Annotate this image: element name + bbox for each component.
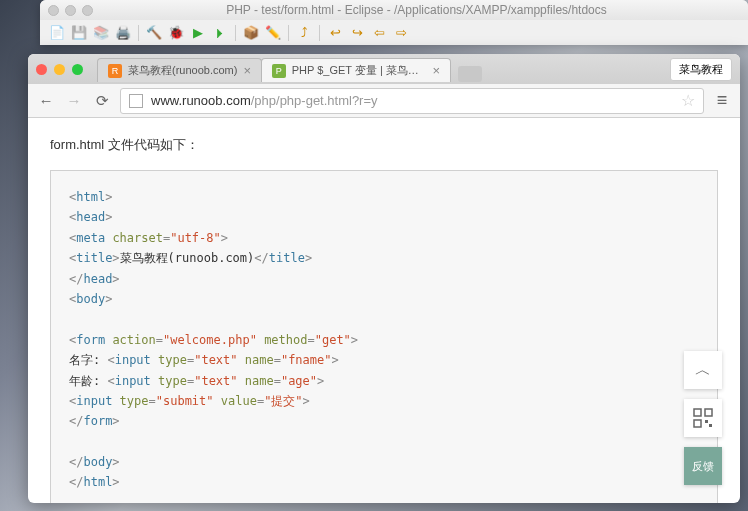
- menu-icon[interactable]: ≡: [712, 90, 732, 111]
- qr-icon: [693, 408, 713, 428]
- tab-php-get[interactable]: P PHP $_GET 变量 | 菜鸟教程 ×: [261, 58, 451, 82]
- maximize-icon[interactable]: [82, 5, 93, 16]
- run-last-icon[interactable]: ⏵: [211, 24, 229, 42]
- tab-label: PHP $_GET 变量 | 菜鸟教程: [292, 63, 427, 78]
- maximize-icon[interactable]: [72, 64, 83, 75]
- feedback-button[interactable]: 反馈: [684, 447, 722, 485]
- close-icon[interactable]: [36, 64, 47, 75]
- close-tab-icon[interactable]: ×: [432, 63, 440, 78]
- wand-icon[interactable]: ✏️: [264, 24, 282, 42]
- qr-button[interactable]: [684, 399, 722, 437]
- step-icon[interactable]: ⤴: [295, 24, 313, 42]
- build-icon[interactable]: 🔨: [145, 24, 163, 42]
- save-all-icon[interactable]: 📚: [92, 24, 110, 42]
- eclipse-title: PHP - test/form.html - Eclipse - /Applic…: [93, 3, 740, 17]
- forward-button[interactable]: →: [64, 91, 84, 111]
- save-icon[interactable]: 💾: [70, 24, 88, 42]
- scroll-top-button[interactable]: ︿: [684, 351, 722, 389]
- new-tab-button[interactable]: [458, 66, 482, 82]
- code-block: <html> <head> <meta charset="utf-8"> <ti…: [50, 170, 718, 503]
- debug-icon[interactable]: 🐞: [167, 24, 185, 42]
- reload-button[interactable]: ⟳: [92, 91, 112, 111]
- close-tab-icon[interactable]: ×: [243, 63, 251, 78]
- chrome-window: R 菜鸟教程(runoob.com) × P PHP $_GET 变量 | 菜鸟…: [28, 54, 740, 503]
- url-host: www.runoob.com: [151, 93, 251, 108]
- page-icon: [129, 94, 143, 108]
- minimize-icon[interactable]: [65, 5, 76, 16]
- eclipse-window: PHP - test/form.html - Eclipse - /Applic…: [40, 0, 748, 45]
- bookmark-icon[interactable]: ☆: [681, 91, 695, 110]
- new-icon[interactable]: 📄: [48, 24, 66, 42]
- favicon-icon: P: [272, 64, 286, 78]
- url-path: /php/php-get.html?r=y: [251, 93, 378, 108]
- chrome-toolbar: ← → ⟳ www.runoob.com/php/php-get.html?r=…: [28, 84, 740, 118]
- intro-text: form.html 文件代码如下：: [50, 136, 718, 154]
- print-icon[interactable]: 🖨️: [114, 24, 132, 42]
- tab-runoob-home[interactable]: R 菜鸟教程(runoob.com) ×: [97, 58, 262, 82]
- address-bar[interactable]: www.runoob.com/php/php-get.html?r=y ☆: [120, 88, 704, 114]
- chevron-up-icon: ︿: [695, 360, 711, 381]
- svg-rect-3: [705, 420, 708, 423]
- package-icon[interactable]: 📦: [242, 24, 260, 42]
- favicon-icon: R: [108, 64, 122, 78]
- chrome-traffic-lights: [36, 64, 83, 75]
- eclipse-titlebar[interactable]: PHP - test/form.html - Eclipse - /Applic…: [40, 0, 748, 20]
- tab-label: 菜鸟教程(runoob.com): [128, 63, 237, 78]
- extension-button[interactable]: 菜鸟教程: [670, 58, 732, 81]
- next-icon[interactable]: ↪: [348, 24, 366, 42]
- page-content: form.html 文件代码如下： <html> <head> <meta ch…: [28, 118, 740, 503]
- svg-rect-1: [705, 409, 712, 416]
- chrome-tabbar: R 菜鸟教程(runoob.com) × P PHP $_GET 变量 | 菜鸟…: [28, 54, 740, 84]
- svg-rect-2: [694, 420, 701, 427]
- svg-rect-4: [709, 424, 712, 427]
- floating-buttons: ︿ 反馈: [684, 351, 722, 485]
- minimize-icon[interactable]: [54, 64, 65, 75]
- close-icon[interactable]: [48, 5, 59, 16]
- back-icon[interactable]: ⇦: [370, 24, 388, 42]
- svg-rect-0: [694, 409, 701, 416]
- run-icon[interactable]: ▶: [189, 24, 207, 42]
- eclipse-toolbar: 📄 💾 📚 🖨️ 🔨 🐞 ▶ ⏵ 📦 ✏️ ⤴ ↩ ↪ ⇦ ⇨: [40, 20, 748, 45]
- prev-icon[interactable]: ↩: [326, 24, 344, 42]
- back-button[interactable]: ←: [36, 91, 56, 111]
- forward-icon[interactable]: ⇨: [392, 24, 410, 42]
- eclipse-traffic-lights: [48, 5, 93, 16]
